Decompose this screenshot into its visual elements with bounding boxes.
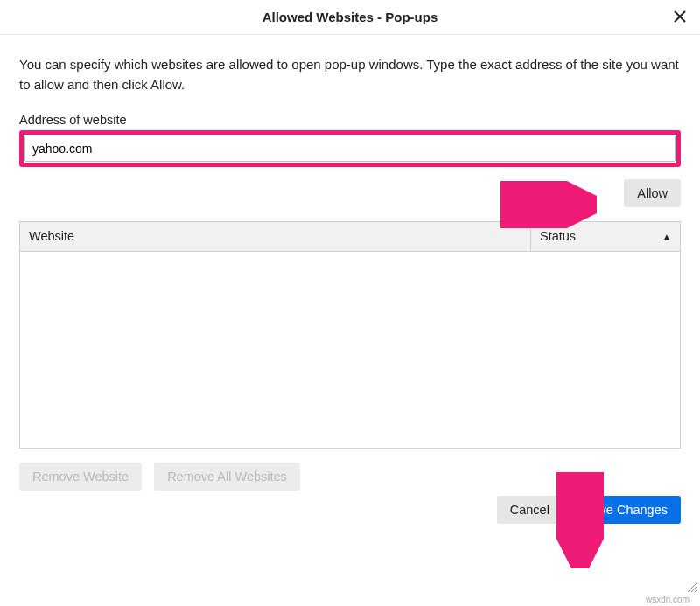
dialog-title: Allowed Websites - Pop-ups (262, 10, 438, 24)
cancel-button[interactable]: Cancel (497, 496, 563, 524)
table-header: Website Status ▲ (20, 222, 680, 252)
sort-icon: ▲ (662, 232, 671, 241)
column-status[interactable]: Status ▲ (531, 222, 680, 251)
address-input[interactable] (24, 136, 676, 162)
remove-website-button: Remove Website (19, 463, 142, 491)
save-button[interactable]: Save Changes (571, 496, 681, 524)
address-label: Address of website (19, 113, 681, 127)
column-status-label: Status (540, 229, 576, 243)
allow-button[interactable]: Allow (624, 179, 681, 207)
close-icon[interactable] (672, 9, 688, 28)
watermark: wsxdn.com (646, 595, 690, 604)
resize-grip-icon (686, 582, 698, 594)
column-website[interactable]: Website (20, 222, 531, 251)
svg-line-6 (695, 590, 696, 592)
address-highlight (19, 130, 681, 167)
dialog-content: You can specify which websites are allow… (0, 35, 700, 527)
remove-all-button: Remove All Websites (154, 463, 300, 491)
description-text: You can specify which websites are allow… (19, 54, 681, 95)
websites-table: Website Status ▲ (19, 221, 681, 449)
dialog-header: Allowed Websites - Pop-ups (0, 0, 700, 35)
